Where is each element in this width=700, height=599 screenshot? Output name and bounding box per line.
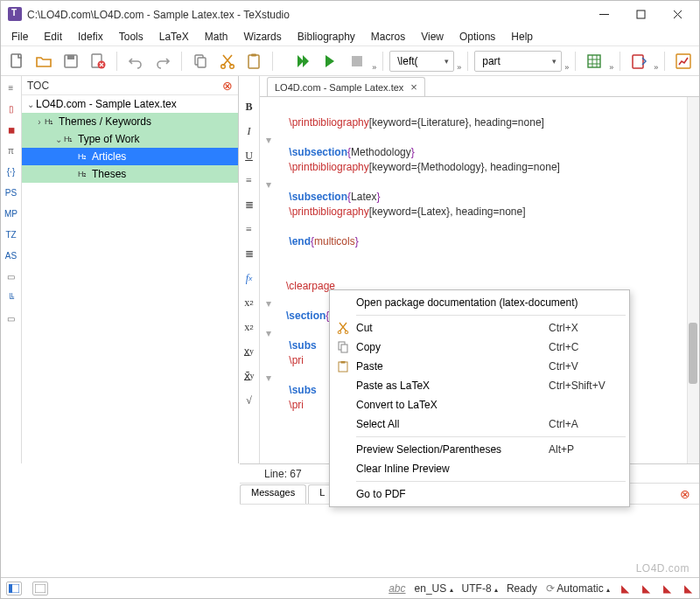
layout-single-icon[interactable] bbox=[32, 582, 48, 596]
charts-button[interactable] bbox=[671, 49, 696, 73]
tab-messages[interactable]: Messages bbox=[240, 484, 306, 504]
menu-bibliography[interactable]: Bibliography bbox=[290, 29, 362, 45]
messages-close-icon[interactable]: ⊗ bbox=[680, 487, 690, 501]
copy-button[interactable] bbox=[188, 49, 213, 73]
ctx-clear-preview[interactable]: Clear Inline Preview bbox=[332, 459, 627, 478]
tz-icon[interactable]: TZ bbox=[3, 226, 20, 242]
scrollbar-thumb[interactable] bbox=[689, 323, 697, 384]
ctx-preview[interactable]: Preview Selection/ParenthesesAlt+P bbox=[332, 440, 627, 459]
bookmark4-icon[interactable]: ◣ bbox=[682, 582, 694, 595]
status-encoding[interactable]: UTF-8 ▴ bbox=[462, 582, 498, 595]
bookmark2-icon[interactable]: ◣ bbox=[640, 582, 652, 595]
fold-icon[interactable]: ▾ bbox=[266, 297, 275, 306]
svg-rect-0 bbox=[637, 10, 645, 18]
fx-button[interactable]: fx bbox=[241, 270, 258, 286]
spellcheck-icon[interactable]: abc bbox=[388, 582, 405, 595]
toc-item-articles[interactable]: H₂Articles bbox=[22, 148, 238, 165]
ctx-copy[interactable]: CopyCtrl+C bbox=[332, 338, 627, 357]
maximize-button[interactable] bbox=[622, 1, 659, 27]
paste-button[interactable] bbox=[242, 49, 267, 73]
ctx-goto-pdf[interactable]: Go to PDF bbox=[332, 484, 627, 504]
ctx-paste[interactable]: PasteCtrl+V bbox=[332, 357, 627, 376]
svg-point-8 bbox=[220, 64, 225, 68]
bookmark1-icon[interactable]: ◣ bbox=[619, 582, 631, 595]
italic-button[interactable]: I bbox=[241, 123, 258, 139]
redo-button[interactable] bbox=[150, 49, 175, 73]
undo-button[interactable] bbox=[123, 49, 148, 73]
save-button[interactable] bbox=[59, 49, 83, 73]
compile-button[interactable] bbox=[318, 49, 342, 73]
superscript-button[interactable]: x2 bbox=[241, 319, 258, 335]
line-indicator: Line: 67 bbox=[264, 468, 302, 480]
align-left-button[interactable]: ≡ bbox=[241, 172, 258, 188]
menu-tools[interactable]: Tools bbox=[112, 29, 150, 45]
mp-icon[interactable]: MP bbox=[3, 205, 20, 221]
svg-rect-3 bbox=[67, 55, 74, 59]
delim-dropdown[interactable]: \left(▾ bbox=[389, 51, 454, 72]
view-pdf-button[interactable] bbox=[626, 49, 651, 73]
dfrac-button[interactable]: x̄y bbox=[241, 368, 258, 384]
underline-button[interactable]: U bbox=[241, 148, 258, 164]
subscript-button[interactable]: x2 bbox=[241, 295, 258, 310]
ctx-convert[interactable]: Convert to LaTeX bbox=[332, 395, 627, 414]
ctx-paste-latex[interactable]: Paste as LaTeXCtrl+Shift+V bbox=[332, 376, 627, 395]
toc-item-typework[interactable]: ⌄H₁Type of Work bbox=[22, 130, 238, 148]
braces-icon[interactable]: {·} bbox=[3, 164, 20, 179]
fold-icon[interactable]: ▾ bbox=[266, 372, 275, 380]
minimize-button[interactable] bbox=[585, 1, 622, 27]
menu-math[interactable]: Math bbox=[198, 29, 235, 45]
cut-button[interactable] bbox=[215, 49, 240, 73]
structure-icon[interactable]: ≡ bbox=[3, 80, 20, 95]
bookmark3-icon[interactable]: ◣ bbox=[661, 582, 673, 595]
ctx-open-doc[interactable]: Open package documentation (latex-docume… bbox=[332, 293, 627, 312]
menu-latex[interactable]: LaTeX bbox=[152, 29, 196, 45]
layout-split-icon[interactable] bbox=[6, 582, 22, 596]
status-mode[interactable]: ⟳ Automatic ▴ bbox=[546, 582, 610, 595]
as-icon[interactable]: AS bbox=[3, 247, 20, 263]
fold-icon[interactable]: ▾ bbox=[266, 178, 275, 187]
menu-macros[interactable]: Macros bbox=[364, 29, 412, 45]
menu-edit[interactable]: Edit bbox=[37, 29, 69, 45]
toc-item-theses[interactable]: H₂Theses bbox=[22, 165, 238, 183]
menu-wizards[interactable]: Wizards bbox=[236, 29, 288, 45]
menu-file[interactable]: File bbox=[4, 29, 35, 45]
close-window-button[interactable] bbox=[659, 1, 696, 27]
align-right-button[interactable]: ≡ bbox=[241, 221, 258, 237]
ctx-select-all[interactable]: Select AllCtrl+A bbox=[332, 414, 627, 434]
justify-button[interactable]: ≣ bbox=[241, 246, 258, 261]
open-file-button[interactable] bbox=[32, 49, 56, 73]
ps-icon[interactable]: PS bbox=[3, 185, 20, 200]
editor-scrollbar[interactable] bbox=[687, 97, 699, 463]
toc-root[interactable]: ⌄LO4D.com - Sample Latex.tex bbox=[22, 95, 238, 113]
marks-icon[interactable]: ◼ bbox=[3, 122, 20, 137]
tab-close-icon[interactable]: × bbox=[410, 80, 417, 94]
bookmarks-icon[interactable]: ▯ bbox=[3, 101, 20, 116]
fold-icon[interactable]: ▾ bbox=[266, 134, 275, 143]
fold-icon[interactable]: ▾ bbox=[266, 327, 275, 336]
menu-help[interactable]: Help bbox=[504, 29, 540, 45]
menu-view[interactable]: View bbox=[414, 29, 451, 45]
box-icon[interactable]: ▭ bbox=[3, 268, 20, 284]
section-dropdown[interactable]: part▾ bbox=[474, 51, 562, 72]
pi-icon[interactable]: π bbox=[3, 143, 20, 158]
table-button[interactable] bbox=[582, 49, 606, 73]
frac-button[interactable]: xy bbox=[241, 344, 258, 359]
chart-icon[interactable]: ╚ bbox=[3, 289, 20, 305]
editor-tab[interactable]: LO4D.com - Sample Latex.tex × bbox=[267, 77, 425, 96]
sqrt-button[interactable]: √ bbox=[241, 393, 258, 408]
toc-close-icon[interactable]: ⊗ bbox=[222, 79, 233, 93]
menu-idefix[interactable]: Idefix bbox=[71, 29, 110, 45]
menu-options[interactable]: Options bbox=[452, 29, 502, 45]
new-file-button[interactable] bbox=[4, 49, 29, 73]
svg-rect-13 bbox=[588, 55, 600, 67]
align-center-button[interactable]: ≣ bbox=[241, 197, 258, 212]
stop-button[interactable] bbox=[345, 49, 369, 73]
toc-item-themes[interactable]: ›H₁Themes / Keywords bbox=[22, 113, 238, 130]
img-icon[interactable]: ▭ bbox=[3, 310, 20, 326]
titlebar: C:\LO4D.com\LO4D.com - Sample Latex.tex … bbox=[1, 1, 699, 27]
bold-button[interactable]: B bbox=[241, 99, 258, 115]
ctx-cut[interactable]: CutCtrl+X bbox=[332, 318, 627, 338]
build-view-button[interactable] bbox=[290, 49, 315, 73]
status-lang[interactable]: en_US ▴ bbox=[415, 582, 453, 595]
close-file-button[interactable] bbox=[86, 49, 110, 73]
